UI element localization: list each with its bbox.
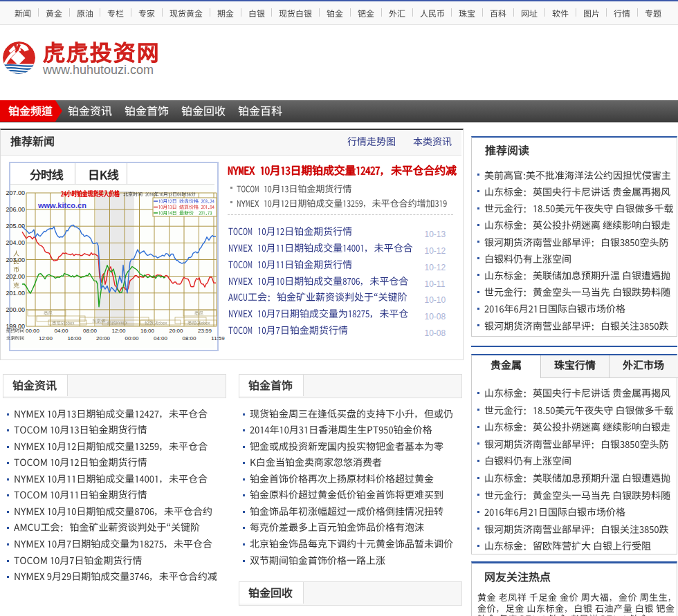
svg-text:200.00: 200.00 bbox=[6, 306, 25, 313]
svg-text:206.00: 206.00 bbox=[6, 206, 25, 213]
svg-text:00:00: 00:00 bbox=[26, 328, 40, 334]
svg-text:205.00: 205.00 bbox=[6, 223, 25, 230]
svg-text:www.kitco.cn: www.kitco.cn bbox=[37, 201, 86, 209]
svg-text:04:00: 04:00 bbox=[154, 335, 168, 342]
svg-text:08:00: 08:00 bbox=[83, 328, 98, 334]
svg-text:04:00: 04:00 bbox=[54, 328, 68, 334]
svg-text:207.00: 207.00 bbox=[6, 189, 25, 196]
svg-text:20:00: 20:00 bbox=[96, 335, 111, 342]
svg-text:20:00: 20:00 bbox=[169, 328, 183, 334]
svg-text:12:00: 12:00 bbox=[39, 335, 53, 342]
svg-text:11:59: 11:59 bbox=[211, 335, 225, 342]
svg-text:16:00: 16:00 bbox=[140, 328, 155, 334]
svg-text:12:00: 12:00 bbox=[111, 328, 126, 334]
svg-text:201.00: 201.00 bbox=[6, 290, 25, 297]
svg-text:202.00: 202.00 bbox=[6, 273, 25, 280]
svg-text:23:59: 23:59 bbox=[198, 328, 212, 334]
svg-text:08:00: 08:00 bbox=[182, 335, 196, 342]
svg-text:16:00: 16:00 bbox=[67, 335, 82, 342]
svg-text:00:00: 00:00 bbox=[125, 335, 139, 342]
svg-text:204.00: 204.00 bbox=[6, 239, 25, 246]
